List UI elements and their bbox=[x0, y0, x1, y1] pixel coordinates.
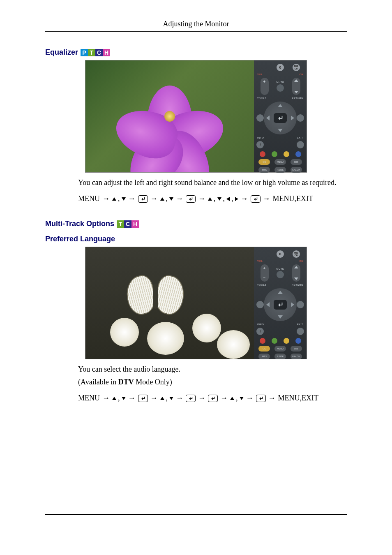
remote-green-button[interactable] bbox=[272, 151, 277, 157]
remote-exit-label: EXIT bbox=[297, 323, 303, 326]
remote-mute-button[interactable] bbox=[277, 84, 284, 92]
remote-info-button[interactable]: i bbox=[256, 328, 264, 335]
remote-volume-rocker[interactable]: + − bbox=[261, 264, 269, 282]
nav-text: MENU bbox=[78, 394, 100, 402]
section-heading-multitrack: Multi-Track Options T C H bbox=[45, 220, 347, 228]
remote-info-button[interactable]: i bbox=[256, 141, 264, 148]
down-arrow-icon bbox=[169, 397, 173, 400]
equalizer-heading-text: Equalizer bbox=[45, 48, 78, 57]
remote-exit-button[interactable] bbox=[297, 328, 304, 335]
down-arrow-icon bbox=[122, 397, 126, 400]
remote-prech-button[interactable]: PRE CH bbox=[293, 64, 300, 71]
nav-text: MENU bbox=[78, 194, 100, 203]
remote-srs-button[interactable]: SRS bbox=[291, 346, 302, 352]
butterfly-graphic bbox=[127, 276, 184, 317]
remote-enter-button[interactable] bbox=[274, 113, 287, 123]
badge-h-icon: H bbox=[103, 49, 110, 56]
remote-green-button[interactable] bbox=[272, 338, 277, 344]
right-arrow-icon bbox=[235, 197, 238, 201]
flower-graphic bbox=[120, 67, 219, 166]
dpad-down-icon[interactable] bbox=[278, 315, 283, 319]
remote-cc-button[interactable]: CC bbox=[258, 159, 270, 165]
butterfly-photo bbox=[85, 247, 254, 359]
dpad-down-icon[interactable] bbox=[278, 129, 283, 132]
remote-red-button[interactable] bbox=[260, 338, 265, 344]
dpad-left-icon[interactable] bbox=[266, 302, 270, 307]
remote-favch-button[interactable]: FAV.CH bbox=[291, 354, 302, 359]
remote-mute-button[interactable] bbox=[277, 271, 284, 278]
dpad-left-icon[interactable] bbox=[266, 116, 270, 120]
enter-key-icon bbox=[186, 195, 196, 203]
page: Adjusting the Monitor Equalizer P T C H bbox=[0, 0, 392, 555]
remote-power-button[interactable]: 0 bbox=[277, 250, 284, 258]
up-arrow-icon bbox=[112, 397, 116, 400]
down-arrow-icon bbox=[217, 197, 221, 201]
nav-text: MENU,EXIT bbox=[273, 194, 313, 203]
enter-key-icon bbox=[138, 195, 148, 203]
multitrack-body-text1: You can select the audio language. bbox=[78, 365, 347, 374]
enter-key-icon bbox=[138, 395, 148, 402]
equalizer-badges: P T C H bbox=[81, 49, 110, 56]
nav-text: MENU,EXIT bbox=[278, 394, 318, 402]
dpad-right-icon[interactable] bbox=[291, 116, 294, 120]
down-arrow-icon bbox=[240, 397, 244, 400]
multitrack-badges: T C H bbox=[117, 220, 139, 228]
dpad-up-icon[interactable] bbox=[278, 104, 283, 107]
page-header-title: Adjusting the Monitor bbox=[45, 20, 347, 28]
subheading-preferred-language: Preferred Language bbox=[45, 235, 347, 243]
multitrack-heading-text: Multi-Track Options bbox=[45, 220, 114, 228]
remote-tools-button[interactable] bbox=[256, 114, 264, 122]
badge-t-icon: T bbox=[117, 220, 124, 228]
up-arrow-icon bbox=[160, 197, 164, 201]
remote-yellow-button[interactable] bbox=[284, 151, 289, 157]
remote-volume-rocker[interactable]: + − bbox=[261, 78, 269, 95]
remote-ch-label: CH bbox=[299, 73, 303, 76]
remote-prech-button[interactable]: PRE CH bbox=[293, 250, 300, 258]
remote-return-button[interactable] bbox=[297, 301, 304, 308]
remote-red-button[interactable] bbox=[260, 151, 265, 157]
remote-mts-button[interactable]: MTS bbox=[258, 167, 270, 173]
body2-bold: DTV bbox=[118, 378, 134, 386]
remote-dpad[interactable] bbox=[264, 288, 297, 321]
remote-srs-button[interactable]: SRS bbox=[291, 159, 302, 165]
multitrack-body-text2: (Available in DTV Mode Only) bbox=[78, 378, 347, 386]
remote-power-button[interactable]: 0 bbox=[277, 64, 284, 71]
remote-mute-label: MUTE bbox=[277, 268, 284, 270]
remote-cc-button[interactable]: CC bbox=[258, 346, 270, 352]
remote-menu-button[interactable]: MENU bbox=[274, 346, 286, 352]
body2-pre: (Available in bbox=[78, 378, 118, 386]
remote-channel-rocker[interactable] bbox=[292, 78, 300, 95]
remote-psize-button[interactable]: P.SIZE bbox=[274, 167, 286, 173]
remote-blue-button[interactable] bbox=[295, 151, 301, 157]
remote-exit-button[interactable] bbox=[297, 141, 304, 148]
badge-p-icon: P bbox=[81, 49, 88, 56]
remote-mts-button[interactable]: MTS bbox=[258, 354, 270, 359]
remote-mute-label: MUTE bbox=[277, 81, 284, 83]
remote-return-label: RETURN bbox=[292, 97, 303, 99]
remote-blue-button[interactable] bbox=[295, 338, 301, 344]
remote-tools-button[interactable] bbox=[256, 301, 264, 308]
multitrack-illustration: 0 PRE CH VOL CH + − MUTE bbox=[85, 247, 307, 359]
header-rule bbox=[45, 31, 347, 32]
enter-key-icon bbox=[208, 395, 218, 402]
badge-t-icon: T bbox=[88, 49, 95, 56]
equalizer-illustration: 0 PRE CH VOL CH + − MUTE bbox=[85, 60, 307, 173]
remote-return-button[interactable] bbox=[297, 114, 304, 122]
section-heading-equalizer: Equalizer P T C H bbox=[45, 48, 347, 57]
remote-dpad[interactable] bbox=[264, 102, 297, 134]
remote-color-buttons bbox=[256, 338, 304, 344]
dpad-right-icon[interactable] bbox=[291, 302, 294, 307]
remote-menu-button[interactable]: MENU bbox=[274, 159, 286, 165]
remote-vol-label: VOL bbox=[257, 260, 263, 262]
left-arrow-icon bbox=[226, 197, 230, 201]
remote-color-buttons bbox=[256, 151, 304, 157]
dpad-up-icon[interactable] bbox=[278, 291, 283, 294]
multitrack-nav-sequence: MENU → , → → , → → → , → → MENU,EXIT bbox=[78, 394, 347, 402]
remote-channel-rocker[interactable] bbox=[292, 264, 300, 282]
remote-tools-label: TOOLS bbox=[257, 97, 267, 99]
remote-control: 0 PRE CH VOL CH + − MUTE bbox=[254, 60, 307, 172]
remote-favch-button[interactable]: FAV.CH bbox=[291, 167, 302, 173]
remote-yellow-button[interactable] bbox=[284, 338, 289, 344]
remote-enter-button[interactable] bbox=[274, 300, 287, 310]
remote-psize-button[interactable]: P.SIZE bbox=[274, 354, 286, 359]
